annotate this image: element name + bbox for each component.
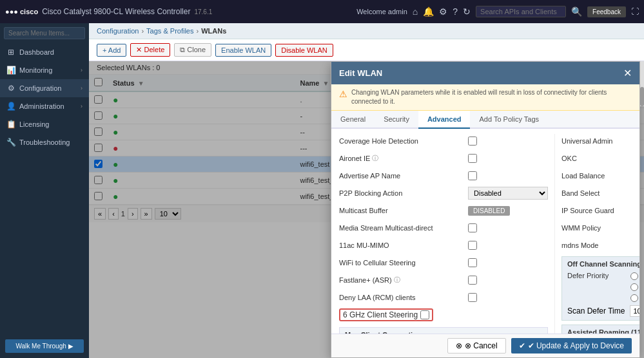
defer-priority-label: Defer Priority [567, 272, 625, 279]
modal-close-button[interactable]: ✕ [623, 67, 632, 79]
tab-advanced[interactable]: Advanced [418, 111, 471, 129]
advertise-ap-name-label: Advertise AP Name [339, 172, 468, 180]
add-button[interactable]: + Add [97, 44, 126, 57]
media-stream-label: Media Stream Multicast-direct [339, 224, 468, 232]
sidebar-item-troubleshooting[interactable]: 🔧 Troubleshooting [0, 133, 89, 151]
assisted-roaming-section: Assisted Roaming (11k) Prediction Optimi… [561, 325, 639, 334]
tab-policy-tags[interactable]: Add To Policy Tags [470, 111, 548, 129]
sidebar-label-administration: Administration [19, 102, 64, 110]
sidebar-item-administration[interactable]: 👤 Administration › [0, 97, 89, 115]
disable-wlan-button[interactable]: Disable WLAN [275, 44, 333, 57]
app-version: 17.6.1 [194, 8, 212, 15]
sidebar-item-dashboard[interactable]: ⊞ Dashboard [0, 43, 89, 61]
defer-radio-input-6[interactable] [630, 294, 638, 302]
band-select-row: Band Select [561, 186, 639, 200]
ocs-section: Off Channel Scanning Defer Defer Priorit… [561, 256, 639, 321]
tab-general[interactable]: General [331, 111, 375, 129]
gear-icon[interactable]: ⚙ [439, 6, 447, 17]
aironet-ie-label: Aironet IE ⓘ [339, 154, 468, 163]
walk-me-through-button[interactable]: Walk Me Through ▶ [5, 339, 84, 353]
modal-tabs: General Security Advanced Add To Policy … [331, 111, 639, 129]
6ghz-highlight-box: 6 GHz Client Steering [339, 308, 433, 321]
feedback-button[interactable]: Feedback [587, 6, 626, 17]
p2p-blocking-row: P2P Blocking Action Disabled Drop Forwar… [339, 186, 548, 200]
defer-priority-area: Defer Priority 0 1 2 3 4 5 [567, 272, 639, 303]
deny-laa-checkbox[interactable] [468, 293, 477, 302]
dashboard-icon: ⊞ [6, 48, 15, 57]
sidebar-search-area [0, 23, 89, 43]
scrollbar-thumb[interactable] [640, 87, 644, 106]
11ac-mu-mimo-checkbox[interactable] [468, 241, 477, 250]
modal-two-col-layout: Coverage Hole Detection Aironet IE ⓘ [339, 134, 632, 334]
fastlane-row: Fastlane+ (ASR) ⓘ [339, 273, 548, 287]
modal-right-col: Universal Admin OKC Load [555, 134, 639, 334]
breadcrumb-wlans: WLANs [201, 27, 226, 35]
modal-title: Edit WLAN [339, 68, 382, 78]
6ghz-steering-row: 6 GHz Client Steering [339, 308, 548, 322]
home-icon[interactable]: ⌂ [413, 6, 418, 17]
breadcrumb-configuration[interactable]: Configuration [97, 27, 139, 35]
defer-radio-input-3[interactable] [630, 283, 638, 291]
clone-button[interactable]: ⧉ Clone [174, 43, 211, 57]
update-icon: ✔ [519, 341, 525, 350]
refresh-icon[interactable]: ↻ [463, 6, 471, 17]
p2p-blocking-select[interactable]: Disabled Drop Forward-UpStream [468, 187, 548, 200]
fastlane-checkbox[interactable] [468, 276, 477, 285]
advertise-ap-name-checkbox[interactable] [468, 171, 477, 180]
sidebar-item-licensing[interactable]: 📋 Licensing [0, 115, 89, 133]
band-select-label: Band Select [561, 189, 639, 197]
fastlane-label: Fastlane+ (ASR) ⓘ [339, 276, 468, 285]
ip-source-guard-row: IP Source Guard [561, 203, 639, 218]
sidebar-label-troubleshooting: Troubleshooting [19, 138, 70, 146]
help-icon[interactable]: ? [453, 6, 458, 17]
scan-defer-time-input[interactable] [630, 305, 639, 317]
load-balance-label: Load Balance [561, 172, 639, 180]
warning-icon: ⚠ [339, 89, 347, 99]
sidebar-label-licensing: Licensing [19, 120, 49, 128]
mdns-mode-row: mdns Mode Bridging Gateway [561, 238, 639, 252]
sidebar-item-monitoring[interactable]: 📊 Monitoring › [0, 61, 89, 79]
sidebar-label-monitoring: Monitoring [19, 66, 52, 74]
aironet-ie-checkbox[interactable] [468, 154, 477, 163]
monitoring-icon: 📊 [6, 66, 15, 75]
defer-radio-input-0[interactable] [630, 272, 638, 280]
global-search-input[interactable] [476, 6, 566, 17]
6ghz-steering-checkbox[interactable] [420, 310, 429, 319]
app-title: Cisco Catalyst 9800-CL Wireless Controll… [42, 7, 190, 16]
breadcrumb: Configuration › Tags & Profiles › WLANs [89, 23, 644, 39]
update-apply-button[interactable]: ✔ ✔ Update & Apply to Device [511, 338, 632, 353]
multicast-buffer-label: Multicast Buffer [339, 207, 468, 214]
cancel-button[interactable]: ⊗ ⊗ Cancel [447, 338, 506, 353]
sidebar-label-dashboard: Dashboard [19, 48, 54, 56]
sidebar-item-configuration[interactable]: ⚙ Configuration › [0, 79, 89, 97]
fastlane-info-icon: ⓘ [394, 276, 400, 285]
cisco-logo: ●●● cisco [5, 8, 38, 15]
coverage-hole-checkbox[interactable] [468, 137, 477, 146]
sidebar-label-configuration: Configuration [19, 84, 61, 92]
multicast-buffer-toggle[interactable]: DISABLED [468, 206, 510, 216]
enable-wlan-button[interactable]: Enable WLAN [215, 44, 271, 57]
modal-footer: ⊗ ⊗ Cancel ✔ ✔ Update & Apply to Device [331, 334, 639, 357]
delete-button[interactable]: ✕ Delete [130, 43, 170, 57]
edit-wlan-modal: Edit WLAN ✕ ⚠ Changing WLAN parameters w… [331, 61, 640, 358]
alert-icon[interactable]: 🔔 [423, 6, 434, 17]
tab-security[interactable]: Security [375, 111, 418, 129]
media-stream-checkbox[interactable] [468, 223, 477, 232]
deny-laa-label: Deny LAA (RCM) clients [339, 294, 468, 301]
defer-priority-grid: 0 1 2 3 4 5 6 7 [630, 272, 639, 303]
monitoring-arrow-icon: › [81, 67, 83, 73]
update-label: ✔ Update & Apply to Device [528, 341, 624, 350]
modal-scrollbar[interactable] [640, 61, 644, 106]
wifi-cellular-checkbox[interactable] [468, 258, 477, 267]
coverage-hole-row: Coverage Hole Detection [339, 134, 548, 148]
scan-defer-row: Scan Defer Time [567, 305, 639, 317]
cancel-icon: ⊗ [456, 341, 462, 350]
modal-left-col: Coverage Hole Detection Aironet IE ⓘ [339, 134, 555, 334]
sidebar-search-input[interactable] [4, 27, 85, 39]
media-stream-row: Media Stream Multicast-direct [339, 221, 548, 235]
breadcrumb-tags-profiles[interactable]: Tags & Profiles [146, 27, 193, 35]
modal-header: Edit WLAN ✕ [331, 62, 639, 84]
expand-icon[interactable]: ⛶ [631, 7, 639, 16]
search-icon[interactable]: 🔍 [571, 6, 582, 17]
content-area: Configuration › Tags & Profiles › WLANs … [89, 23, 644, 358]
